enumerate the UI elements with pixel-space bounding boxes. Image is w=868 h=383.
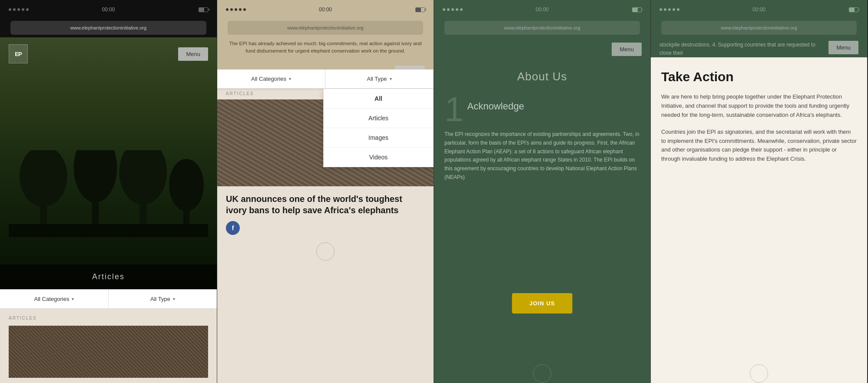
menu-button-1[interactable]: Menu	[178, 47, 208, 61]
battery-icon-1	[199, 7, 208, 12]
url-bar-3: www.elephantprotectioninitiative.org	[444, 21, 640, 35]
type-filter-1[interactable]: All Type ▾	[109, 290, 217, 308]
screen-2: 00:00 www.elephantprotectioninitiative.o…	[217, 0, 434, 383]
screen-1: 00:00 www.elephantprotectioninitiative.o…	[0, 0, 217, 383]
status-bar-2: 00:00	[217, 0, 434, 19]
battery-icon-2	[415, 7, 425, 12]
url-bar-1: www.elephantprotectioninitiative.org	[10, 21, 206, 35]
status-time-4: 00:00	[752, 7, 765, 13]
url-bar-2: www.elephantprotectioninitiative.org	[228, 21, 423, 35]
chevron-icon-2: ▾	[173, 297, 175, 301]
battery-icon-3	[632, 7, 642, 12]
status-bar-3: 00:00	[434, 0, 650, 19]
chevron-icon-1: ▾	[72, 297, 74, 301]
section-body: The EPI recognizes the importance of exi…	[444, 130, 640, 182]
screen3-navbar: Menu	[434, 37, 650, 61]
article-thumbnail-1	[9, 326, 208, 378]
facebook-button-2[interactable]: f	[226, 221, 240, 235]
screen-3: 00:00 www.elephantprotectioninitiative.o…	[434, 0, 650, 383]
filter-bar-1: All Categories ▾ All Type ▾	[0, 289, 217, 309]
status-time-2: 00:00	[319, 7, 332, 13]
status-time-1: 00:00	[102, 7, 115, 13]
dropdown-filter-bar: All Categories ▾ All Type ▾	[217, 69, 434, 89]
articles-label-1: ARTICLES	[9, 316, 208, 320]
battery-area-3	[632, 7, 642, 12]
chevron-icon-3: ▾	[289, 76, 291, 81]
home-circle-2	[316, 242, 335, 261]
chevron-icon-4: ▾	[390, 76, 392, 81]
signal-dots	[9, 8, 29, 11]
take-action-card: Take Action We are here to help bring pe…	[651, 57, 867, 364]
dropdown-overlay: All Categories ▾ All Type ▾ All Articles…	[217, 69, 434, 167]
type-filter-2[interactable]: All Type ▾	[325, 69, 434, 88]
page-title-3: About Us	[434, 61, 650, 96]
status-bar-4: 00:00	[651, 0, 867, 19]
url-bar-4: www.elephantprotectioninitiative.org	[661, 21, 857, 35]
signal-dots-3	[443, 8, 463, 11]
signal-dots-2	[226, 8, 246, 11]
take-action-body-2: Countries join the EPI as signatories, a…	[661, 128, 857, 164]
article-content-2: UK announces one of the world's toughest…	[217, 186, 434, 242]
battery-icon-4	[849, 7, 858, 12]
status-bar-1: 00:00	[0, 0, 217, 19]
screen3-content: 1 Acknowledge The EPI recognizes the imp…	[434, 96, 650, 182]
epi-logo: EP	[9, 44, 28, 63]
home-indicator-3	[434, 364, 650, 383]
home-circle-4	[750, 364, 768, 383]
hero-articles-label: Articles	[92, 272, 125, 281]
home-indicator-2	[217, 242, 434, 261]
intro-text: The EPI has already achieved so much: bi…	[226, 40, 425, 55]
battery-area-4	[849, 7, 858, 12]
hero-section: EP Menu Articles	[0, 37, 217, 289]
top-scrolled-text: stockpile destructions. 4. Supporting co…	[659, 41, 823, 57]
categories-filter-2[interactable]: All Categories ▾	[217, 69, 325, 88]
categories-filter-1[interactable]: All Categories ▾	[0, 290, 109, 308]
dropdown-item-articles[interactable]: Articles	[324, 109, 433, 128]
articles-section-1: ARTICLES	[0, 309, 217, 383]
signal-dots-4	[659, 8, 679, 11]
hero-navbar: EP Menu	[0, 37, 217, 70]
section-title: Acknowledge	[467, 96, 524, 112]
battery-area-2	[415, 7, 425, 12]
dropdown-item-videos[interactable]: Videos	[324, 148, 433, 167]
dropdown-item-all[interactable]: All	[324, 89, 433, 109]
join-us-button[interactable]: JOIN US	[512, 293, 572, 314]
home-circle-3	[533, 364, 551, 383]
svg-rect-8	[9, 224, 208, 237]
battery-area-1	[199, 7, 208, 12]
dropdown-item-images[interactable]: Images	[324, 128, 433, 148]
intro-section: The EPI has already achieved so much: bi…	[217, 35, 434, 62]
screen-4: 00:00 www.elephantprotectioninitiative.o…	[650, 0, 867, 383]
status-time-3: 00:00	[536, 7, 549, 13]
section-number: 1	[444, 92, 464, 127]
menu-button-4[interactable]: Menu	[828, 41, 858, 54]
home-indicator-4	[651, 364, 867, 383]
take-action-title: Take Action	[661, 69, 857, 84]
article-title-2: UK announces one of the world's toughest…	[226, 193, 425, 216]
svg-point-4	[119, 150, 167, 205]
type-dropdown-menu: All Articles Images Videos	[323, 89, 434, 167]
menu-button-3[interactable]: Menu	[612, 43, 642, 56]
take-action-body-1: We are here to help bring people togethe…	[661, 92, 857, 119]
